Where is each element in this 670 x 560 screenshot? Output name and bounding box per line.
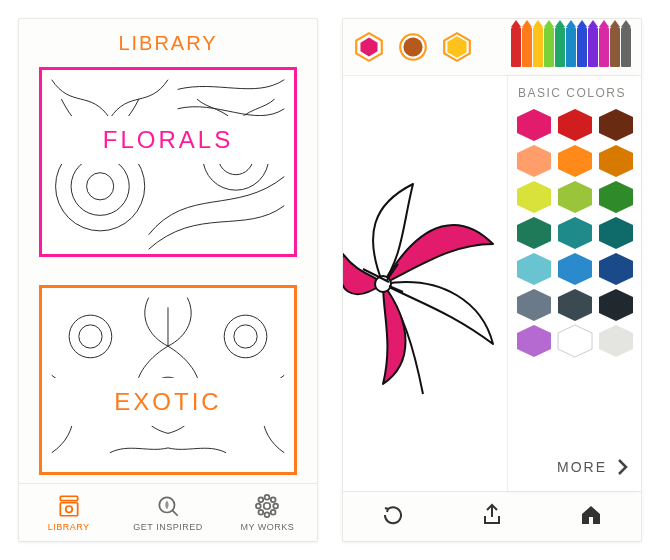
svg-point-26 bbox=[403, 37, 422, 56]
color-header bbox=[343, 19, 641, 75]
color-swatch[interactable] bbox=[515, 144, 553, 178]
share-icon bbox=[480, 503, 504, 527]
pencil-icon bbox=[533, 27, 543, 67]
svg-rect-12 bbox=[60, 503, 77, 516]
svg-point-19 bbox=[274, 504, 279, 509]
chevron-right-icon bbox=[617, 458, 629, 476]
color-swatch[interactable] bbox=[597, 288, 635, 322]
pencil-icon bbox=[621, 27, 631, 67]
svg-marker-35 bbox=[558, 109, 592, 141]
coloring-toolbar bbox=[343, 491, 641, 541]
color-swatch[interactable] bbox=[556, 252, 594, 286]
color-swatch[interactable] bbox=[556, 288, 594, 322]
svg-marker-42 bbox=[599, 181, 633, 213]
svg-marker-54 bbox=[599, 325, 633, 357]
svg-point-21 bbox=[271, 497, 276, 502]
svg-marker-50 bbox=[558, 289, 592, 321]
svg-marker-45 bbox=[599, 217, 633, 249]
svg-point-18 bbox=[256, 504, 261, 509]
color-selector-0[interactable] bbox=[353, 31, 385, 63]
coloring-body: BASIC COLORS MORE bbox=[343, 75, 641, 491]
tab-get-inspired[interactable]: GET INSPIRED bbox=[118, 484, 217, 541]
tab-label: GET INSPIRED bbox=[133, 522, 202, 532]
library-list: FLORALS EXOTIC bbox=[19, 67, 317, 483]
more-colors-button[interactable]: MORE bbox=[514, 447, 635, 487]
library-title: LIBRARY bbox=[19, 19, 317, 67]
color-swatch[interactable] bbox=[556, 180, 594, 214]
tab-label: LIBRARY bbox=[48, 522, 90, 532]
svg-marker-36 bbox=[599, 109, 633, 141]
svg-point-13 bbox=[65, 506, 72, 513]
palette-title: BASIC COLORS bbox=[514, 84, 635, 108]
svg-marker-43 bbox=[517, 217, 551, 249]
color-swatch[interactable] bbox=[556, 324, 594, 358]
svg-marker-34 bbox=[517, 109, 551, 141]
pencil-icon bbox=[588, 27, 598, 67]
color-swatch[interactable] bbox=[597, 108, 635, 142]
category-card-florals[interactable]: FLORALS bbox=[39, 67, 297, 257]
svg-point-20 bbox=[259, 497, 264, 502]
color-swatch[interactable] bbox=[597, 216, 635, 250]
svg-point-6 bbox=[69, 315, 112, 358]
home-icon bbox=[579, 503, 603, 527]
color-swatch[interactable] bbox=[597, 324, 635, 358]
undo-icon bbox=[381, 503, 405, 527]
pencil-icon bbox=[566, 27, 576, 67]
color-swatch[interactable] bbox=[597, 144, 635, 178]
svg-marker-44 bbox=[558, 217, 592, 249]
flower-artwork bbox=[343, 154, 507, 414]
pencil-icon bbox=[577, 27, 587, 67]
color-swatch[interactable] bbox=[515, 108, 553, 142]
tab-library[interactable]: LIBRARY bbox=[19, 484, 118, 541]
color-selector-2[interactable] bbox=[441, 31, 473, 63]
color-swatch[interactable] bbox=[515, 180, 553, 214]
svg-point-5 bbox=[79, 325, 102, 348]
swatch-grid bbox=[514, 108, 635, 358]
color-swatch[interactable] bbox=[515, 216, 553, 250]
pencil-icon bbox=[610, 27, 620, 67]
color-swatch[interactable] bbox=[515, 324, 553, 358]
svg-marker-48 bbox=[599, 253, 633, 285]
home-button[interactable] bbox=[579, 503, 603, 531]
svg-point-8 bbox=[224, 315, 267, 358]
svg-rect-11 bbox=[60, 496, 77, 500]
color-swatch[interactable] bbox=[515, 252, 553, 286]
color-swatch[interactable] bbox=[556, 108, 594, 142]
color-swatch[interactable] bbox=[597, 180, 635, 214]
pencil-icon bbox=[544, 27, 554, 67]
tab-label: MY WORKS bbox=[240, 522, 294, 532]
color-palette-panel: BASIC COLORS MORE bbox=[507, 76, 641, 491]
pencil-icon bbox=[511, 27, 521, 67]
color-swatch[interactable] bbox=[515, 288, 553, 322]
drawing-canvas[interactable] bbox=[343, 76, 507, 491]
color-selector-1[interactable] bbox=[397, 31, 429, 63]
svg-marker-51 bbox=[599, 289, 633, 321]
svg-marker-52 bbox=[517, 325, 551, 357]
undo-button[interactable] bbox=[381, 503, 405, 531]
svg-marker-40 bbox=[517, 181, 551, 213]
svg-point-22 bbox=[259, 510, 264, 515]
share-button[interactable] bbox=[480, 503, 504, 531]
svg-point-23 bbox=[271, 510, 276, 515]
svg-marker-39 bbox=[599, 145, 633, 177]
svg-marker-53 bbox=[558, 325, 592, 357]
library-screen: LIBRARY FLORALS bbox=[18, 18, 318, 542]
pencil-set-icon[interactable] bbox=[511, 27, 631, 67]
svg-marker-25 bbox=[360, 37, 377, 56]
color-swatch[interactable] bbox=[597, 252, 635, 286]
svg-point-2 bbox=[87, 173, 114, 200]
color-swatch[interactable] bbox=[556, 144, 594, 178]
svg-point-16 bbox=[265, 495, 270, 500]
more-label: MORE bbox=[557, 459, 607, 475]
tab-my-works[interactable]: MY WORKS bbox=[218, 484, 317, 541]
color-swatch[interactable] bbox=[556, 216, 594, 250]
svg-point-7 bbox=[234, 325, 257, 348]
svg-marker-38 bbox=[558, 145, 592, 177]
svg-marker-49 bbox=[517, 289, 551, 321]
category-card-exotic[interactable]: EXOTIC bbox=[39, 285, 297, 475]
svg-point-1 bbox=[71, 157, 129, 215]
svg-point-15 bbox=[264, 503, 271, 510]
pencil-icon bbox=[555, 27, 565, 67]
pencil-icon bbox=[599, 27, 609, 67]
svg-marker-28 bbox=[447, 36, 466, 57]
